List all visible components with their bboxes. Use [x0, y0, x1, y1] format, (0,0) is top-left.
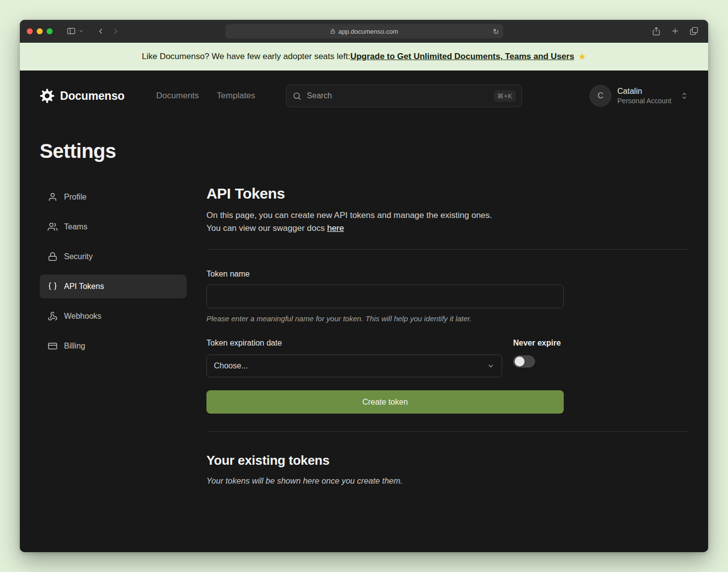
browser-toolbar: app.documenso.com ↻ [20, 20, 708, 43]
sidebar-item-security[interactable]: Security [40, 245, 187, 269]
expiration-label: Token expiration date [206, 339, 502, 348]
refresh-icon[interactable]: ↻ [493, 27, 499, 35]
sidebar-item-label: Billing [64, 342, 85, 351]
description-line1: On this page, you can create new API tok… [206, 211, 492, 220]
sidebar-item-profile[interactable]: Profile [40, 185, 187, 209]
sidebar-item-teams[interactable]: Teams [40, 215, 187, 239]
divider [206, 431, 688, 432]
user-menu[interactable]: C Catalin Personal Account [590, 85, 688, 107]
never-expire-label: Never expire [513, 339, 561, 348]
existing-tokens-section: Your existing tokens Your tokens will be… [206, 453, 688, 486]
sidebar-item-label: Security [64, 252, 93, 261]
user-account-type: Personal Account [617, 97, 671, 105]
token-name-input[interactable] [206, 285, 564, 308]
sidebar-item-label: API Tokens [64, 282, 104, 291]
forward-button[interactable] [108, 24, 123, 39]
avatar: C [590, 85, 611, 107]
settings-layout: Profile Teams Security [20, 162, 708, 486]
nav-templates[interactable]: Templates [217, 91, 255, 101]
token-name-label: Token name [206, 270, 564, 279]
sidebar-item-api-tokens[interactable]: API Tokens [40, 275, 187, 298]
app-header: Documenso Documents Templates ⌘+K C Cata… [20, 71, 708, 119]
existing-tokens-empty-text: Your tokens will be shown here once you … [206, 476, 688, 486]
tab-overview-icon[interactable] [686, 24, 701, 39]
expiration-selected-value: Choose... [214, 361, 248, 370]
webhook-icon [48, 311, 58, 321]
divider [206, 249, 688, 250]
swagger-docs-link[interactable]: here [327, 223, 344, 233]
promo-text: Like Documenso? We have few early adopte… [142, 52, 350, 62]
app-content: Documenso Documents Templates ⌘+K C Cata… [20, 71, 708, 552]
toggle-knob [515, 357, 525, 366]
star-icon: ★ [578, 51, 586, 62]
token-name-helper: Please enter a meaningful name for your … [206, 314, 564, 323]
browser-window: app.documenso.com ↻ Like Documenso? We h… [20, 20, 708, 552]
traffic-lights [27, 28, 53, 34]
brand[interactable]: Documenso [40, 88, 125, 103]
user-meta: Catalin Personal Account [617, 87, 671, 105]
user-icon [48, 192, 58, 202]
sidebar-item-label: Profile [64, 193, 86, 202]
lock-icon [48, 252, 58, 262]
zoom-window-button[interactable] [47, 28, 53, 34]
main-nav: Documents Templates [156, 91, 255, 101]
user-name: Catalin [617, 87, 671, 96]
minimize-window-button[interactable] [37, 28, 43, 34]
sidebar-toggle-icon[interactable] [64, 24, 78, 39]
section-description: On this page, you can create new API tok… [206, 209, 688, 234]
sidebar-item-label: Teams [64, 222, 87, 231]
braces-icon [48, 282, 58, 291]
promo-banner: Like Documenso? We have few early adopte… [20, 43, 708, 71]
sidebar-item-webhooks[interactable]: Webhooks [40, 304, 187, 328]
back-button[interactable] [93, 24, 108, 39]
credit-card-icon [48, 341, 58, 351]
chevron-down-icon [487, 362, 495, 370]
close-window-button[interactable] [27, 28, 33, 34]
description-line2: You can view our swagger docs [206, 223, 327, 233]
sidebar-item-billing[interactable]: Billing [40, 334, 187, 358]
api-tokens-panel: API Tokens On this page, you can create … [206, 185, 688, 486]
users-icon [48, 222, 58, 232]
url-bar[interactable]: app.documenso.com ↻ [225, 24, 503, 38]
page-title: Settings [20, 119, 708, 162]
share-icon[interactable] [649, 24, 663, 39]
search-shortcut-badge: ⌘+K [494, 90, 516, 102]
settings-sidebar: Profile Teams Security [40, 185, 187, 486]
sidebar-item-label: Webhooks [64, 312, 101, 321]
expiration-select[interactable]: Choose... [206, 355, 502, 377]
upgrade-link[interactable]: Upgrade to Get Unlimited Documents, Team… [350, 52, 574, 62]
existing-tokens-title: Your existing tokens [206, 453, 688, 468]
sidebar-chevron-icon[interactable] [78, 24, 85, 39]
search-input[interactable] [307, 91, 488, 100]
documenso-logo-icon [40, 88, 55, 103]
ssl-lock-icon [330, 28, 335, 34]
search-icon [292, 91, 302, 101]
search-bar[interactable]: ⌘+K [286, 84, 522, 107]
brand-name: Documenso [60, 89, 125, 103]
chevron-up-down-icon [680, 92, 688, 100]
nav-documents[interactable]: Documents [156, 91, 199, 101]
url-text: app.documenso.com [338, 27, 398, 35]
section-title: API Tokens [206, 185, 688, 202]
create-token-button[interactable]: Create token [206, 390, 564, 414]
new-tab-icon[interactable] [667, 24, 682, 39]
never-expire-toggle[interactable] [513, 356, 535, 367]
